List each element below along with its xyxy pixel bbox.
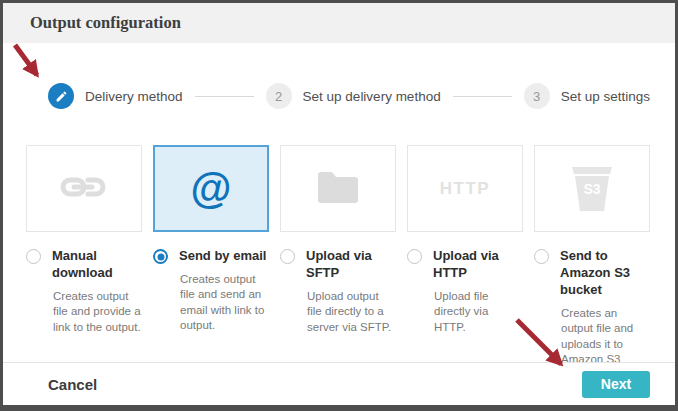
dialog-title: Output configuration — [30, 13, 181, 33]
card-upload-sftp[interactable] — [280, 145, 396, 232]
dialog-footer: Cancel Next — [3, 362, 675, 405]
pencil-icon — [48, 83, 74, 109]
radio-upload-sftp[interactable] — [280, 249, 295, 264]
dialog-header: Output configuration — [3, 3, 675, 43]
option-description: Upload output file directly to a server … — [307, 289, 396, 336]
option-description: Upload file directly via HTTP. — [434, 289, 523, 336]
radio-send-by-email[interactable] — [153, 249, 168, 264]
option-description: Creates output file and send an email wi… — [180, 272, 269, 334]
delivery-method-cards: @ HTTP S3 — [3, 145, 675, 232]
option-send-by-email: Send by email Creates output file and se… — [153, 248, 269, 368]
option-send-to-s3: Send to Amazon S3 bucket Creates an outp… — [534, 248, 650, 368]
step-number-badge: 2 — [266, 83, 292, 109]
step-connector — [453, 96, 512, 97]
step-label: Set up delivery method — [303, 89, 441, 104]
option-label[interactable]: Upload via HTTP — [433, 248, 523, 282]
output-configuration-dialog: Output configuration Delivery method 2 S… — [0, 0, 678, 411]
card-send-to-s3[interactable]: S3 — [534, 145, 650, 232]
step-connector — [195, 96, 254, 97]
card-send-by-email[interactable]: @ — [153, 145, 269, 232]
s3-bucket-icon: S3 — [571, 166, 613, 212]
folder-icon — [315, 169, 361, 209]
at-icon: @ — [191, 168, 232, 210]
delivery-method-options: Manual download Creates output file and … — [3, 248, 675, 368]
step-set-up-settings[interactable]: 3 Set up settings — [524, 83, 650, 109]
link-icon — [59, 172, 109, 206]
radio-send-to-s3[interactable] — [534, 249, 549, 264]
step-label: Delivery method — [85, 89, 183, 104]
option-upload-http: Upload via HTTP Upload file directly via… — [407, 248, 523, 368]
http-icon: HTTP — [440, 179, 490, 199]
next-button[interactable]: Next — [582, 371, 650, 398]
option-label[interactable]: Manual download — [52, 248, 142, 282]
step-number-badge: 3 — [524, 83, 550, 109]
step-set-up-delivery-method[interactable]: 2 Set up delivery method — [266, 83, 441, 109]
step-label: Set up settings — [561, 89, 650, 104]
radio-upload-http[interactable] — [407, 249, 422, 264]
radio-manual-download[interactable] — [26, 249, 41, 264]
cancel-button[interactable]: Cancel — [48, 376, 97, 393]
s3-icon-label: S3 — [571, 166, 613, 212]
option-description: Creates output file and provide a link t… — [53, 289, 142, 336]
card-manual-download[interactable] — [26, 145, 142, 232]
option-upload-sftp: Upload via SFTP Upload output file direc… — [280, 248, 396, 368]
option-label[interactable]: Upload via SFTP — [306, 248, 396, 282]
option-manual-download: Manual download Creates output file and … — [26, 248, 142, 368]
card-upload-http[interactable]: HTTP — [407, 145, 523, 232]
step-delivery-method[interactable]: Delivery method — [48, 83, 183, 109]
option-label[interactable]: Send to Amazon S3 bucket — [560, 248, 650, 299]
stepper: Delivery method 2 Set up delivery method… — [48, 83, 650, 109]
option-label[interactable]: Send by email — [179, 248, 266, 265]
option-description: Creates an output file and uploads it to… — [561, 306, 650, 368]
red-arrow-step1 — [15, 45, 37, 75]
